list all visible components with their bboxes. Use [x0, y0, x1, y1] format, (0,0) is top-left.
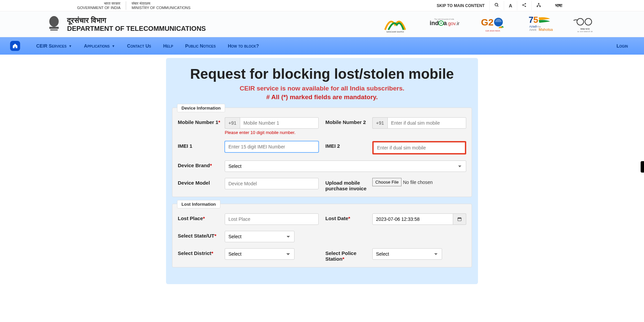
svg-text:Mahotsav: Mahotsav: [539, 27, 553, 31]
country-code-prefix: +91: [372, 117, 387, 129]
svg-text:स्वच्छ भारत: स्वच्छ भारत: [580, 28, 590, 30]
home-button[interactable]: [10, 41, 20, 51]
site-header: दूरसंचार विभाग DEPARTMENT OF TELECOMMUNI…: [0, 11, 644, 37]
subtitle-1: CEIR service is now available for all In…: [166, 85, 478, 92]
lost-legend: Lost Information: [177, 200, 220, 208]
district-label: Select District*: [178, 248, 221, 256]
brand-label: Device Brand*: [178, 160, 221, 168]
partner-logos: SANCHAR SAATHI inda.gov.inThe national p…: [382, 16, 597, 33]
font-size-icon[interactable]: A: [504, 1, 517, 10]
svg-text:The national portal of India: The national portal of India: [434, 18, 454, 20]
side-feedback-tab[interactable]: [641, 161, 644, 173]
nav-contact[interactable]: Contact Us: [121, 43, 157, 49]
mobile1-label: Mobile Number 1*: [178, 117, 221, 125]
national-emblem-icon: [47, 15, 61, 34]
calendar-icon: [457, 217, 462, 221]
imei2-input[interactable]: [372, 141, 466, 154]
svg-point-28: [577, 18, 584, 25]
svg-text:G20 2023 INDIA: G20 2023 INDIA: [485, 30, 500, 32]
upload-label: Upload mobile purchase invoice: [325, 178, 369, 191]
lost-information-card: Lost Information Lost Place* Lost Date*: [172, 204, 472, 267]
lost-place-label: Lost Place*: [178, 213, 221, 221]
svg-text:Amrit: Amrit: [529, 28, 536, 31]
svg-rect-7: [539, 6, 541, 7]
mobile2-input[interactable]: [387, 117, 466, 129]
top-left: भारत सरकार GOVERNMENT OF INDIA संचार मंत…: [77, 1, 191, 10]
nav-help[interactable]: Help: [157, 43, 179, 49]
gov-hi: भारत सरकार: [77, 1, 120, 6]
svg-text:SANCHAR SAATHI: SANCHAR SAATHI: [386, 31, 404, 33]
svg-line-1: [497, 6, 498, 7]
form-container: Request for blocking lost/stolen mobile …: [166, 58, 478, 284]
svg-rect-10: [50, 29, 58, 30]
device-information-card: Device Information Mobile Number 1* +91 …: [172, 108, 472, 197]
mobile1-input[interactable]: [240, 117, 319, 129]
svg-text:.gov: .gov: [447, 21, 455, 26]
top-right: SKIP TO MAIN CONTENT A भाषा: [432, 1, 567, 10]
svg-point-8: [49, 16, 59, 27]
nav-ceir-services[interactable]: CEIR Services▼: [30, 43, 78, 49]
skip-link[interactable]: SKIP TO MAIN CONTENT: [432, 1, 489, 10]
imei1-input[interactable]: [225, 141, 319, 152]
state-label: Select State/UT*: [178, 231, 221, 239]
min-hi: संचार मंत्रालय: [131, 1, 190, 6]
gov-of-india: भारत सरकार GOVERNMENT OF INDIA: [77, 1, 120, 10]
language-selector[interactable]: भाषा: [546, 1, 567, 10]
nav-login[interactable]: Login: [610, 43, 634, 49]
police-select[interactable]: Select: [372, 248, 442, 260]
mobile1-error: Please enter 10 digit mobile number.: [225, 130, 319, 135]
min-en: MINISTRY OF COMMUNICATIONS: [131, 6, 190, 10]
subtitle-2: # All (*) marked fields are mandatory.: [166, 93, 478, 101]
lost-date-input[interactable]: [372, 213, 453, 225]
top-strip: भारत सरकार GOVERNMENT OF INDIA संचार मंत…: [0, 0, 644, 11]
svg-text:ind: ind: [430, 20, 439, 26]
calendar-button[interactable]: [453, 213, 466, 225]
svg-point-14: [440, 22, 442, 24]
search-icon[interactable]: [489, 1, 504, 10]
gov-en: GOVERNMENT OF INDIA: [77, 6, 120, 10]
page-title: Request for blocking lost/stolen mobile: [166, 66, 478, 82]
dept-hindi: दूरसंचार विभाग: [67, 16, 206, 25]
model-label: Device Model: [178, 178, 221, 186]
police-label: Select Police Station*: [325, 248, 369, 262]
nav-how-to-block[interactable]: How to block?: [222, 43, 265, 49]
svg-point-29: [585, 18, 592, 25]
svg-text:G2: G2: [481, 17, 493, 27]
imei1-label: IMEI 1: [178, 141, 221, 149]
svg-rect-5: [538, 3, 539, 4]
state-select[interactable]: Select: [225, 231, 294, 242]
brand-select[interactable]: Select: [225, 160, 466, 172]
imei2-label: IMEI 2: [325, 141, 369, 149]
india-gov-logo: inda.gov.inThe national portal of India: [429, 16, 460, 33]
ministry: संचार मंत्रालय MINISTRY OF COMMUNICATION…: [126, 1, 190, 10]
chevron-down-icon: ▼: [68, 44, 72, 48]
g20-logo: G2G20 2023 INDIA: [480, 16, 506, 33]
svg-rect-6: [537, 6, 538, 7]
model-input[interactable]: [225, 178, 319, 189]
azadi-logo: 75AzadiKaAmritMahotsav: [526, 16, 553, 33]
mobile2-label: Mobile Number 2: [325, 117, 369, 125]
country-code-prefix: +91: [225, 117, 240, 129]
svg-text:एक कदम स्वच्छता की ओर: एक कदम स्वच्छता की ओर: [577, 30, 593, 33]
dept-english: DEPARTMENT OF TELECOMMUNICATIONS: [67, 25, 206, 33]
svg-text:.in: .in: [455, 21, 460, 26]
district-select[interactable]: Select: [225, 248, 294, 260]
department-title: दूरसंचार विभाग DEPARTMENT OF TELECOMMUNI…: [67, 16, 206, 33]
chevron-down-icon: ▼: [112, 44, 115, 48]
sanchar-saathi-logo: SANCHAR SAATHI: [382, 16, 409, 33]
nav-public-notices[interactable]: Public Notices: [179, 43, 222, 49]
choose-file-button[interactable]: Choose File: [372, 178, 401, 186]
svg-text:7: 7: [529, 15, 533, 25]
lost-date-label: Lost Date*: [325, 213, 369, 221]
svg-rect-9: [49, 27, 59, 29]
sitemap-icon[interactable]: [531, 1, 546, 10]
main-nav: CEIR Services▼ Applications▼ Contact Us …: [0, 37, 644, 55]
swachh-bharat-logo: स्वच्छ भारतएक कदम स्वच्छता की ओर: [573, 16, 597, 33]
share-icon[interactable]: [517, 1, 531, 10]
file-status: No file chosen: [403, 180, 433, 185]
nav-applications[interactable]: Applications▼: [78, 43, 121, 49]
lost-place-input[interactable]: [225, 213, 319, 225]
svg-rect-33: [458, 218, 462, 219]
svg-text:5: 5: [533, 15, 538, 25]
svg-point-0: [495, 3, 498, 6]
